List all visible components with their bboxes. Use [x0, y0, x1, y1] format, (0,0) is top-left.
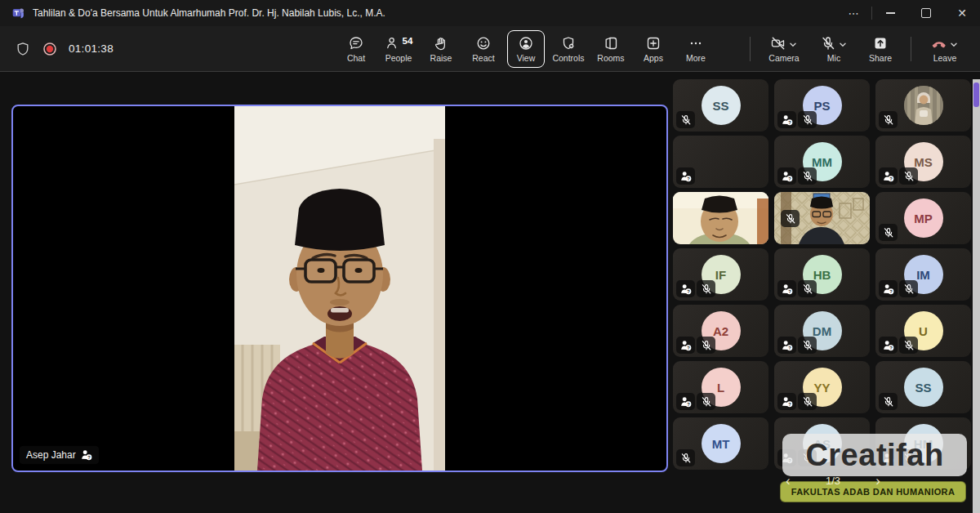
meeting-title: Tahlilan & Do'a Bersama Untuk Almarhumah… — [33, 7, 385, 19]
mic-off-chip — [697, 337, 715, 354]
participant-tile[interactable]: SS — [673, 79, 768, 132]
next-page-chevron[interactable]: › — [875, 474, 880, 488]
participant-initials: DM — [813, 324, 831, 338]
title-bar: Tahlilan & Do'a Bersama Untuk Almarhumah… — [0, 0, 980, 26]
controls-button[interactable]: Controls — [547, 29, 590, 69]
person-unknown-icon: ? — [883, 283, 894, 295]
participant-tile[interactable]: ? — [673, 136, 768, 188]
person-unknown-icon: ? — [782, 283, 793, 295]
people-button[interactable]: 54 People — [377, 29, 420, 69]
participant-initials: YY — [813, 381, 830, 395]
leave-dropdown-chevron-icon[interactable] — [949, 40, 959, 50]
faculty-badge-text: FAKULTAS ADAB DAN HUMANIORA — [791, 487, 956, 497]
mic-off-chip — [798, 393, 817, 410]
participant-tile[interactable]: U? — [875, 305, 971, 357]
participant-tile[interactable] — [673, 192, 768, 244]
participant-initials: MS — [914, 155, 933, 169]
participant-initials: A2 — [713, 324, 728, 338]
participant-tile[interactable]: MM? — [774, 136, 870, 188]
camera-button[interactable]: Camera — [760, 29, 808, 69]
previous-page-chevron[interactable]: ‹ — [786, 474, 791, 488]
participant-initials: MM — [812, 155, 832, 169]
participant-tile[interactable]: IF? — [673, 248, 768, 301]
participant-tile[interactable]: MS? — [875, 136, 971, 188]
minimize-button[interactable] — [872, 0, 908, 26]
close-button[interactable]: ✕ — [944, 0, 980, 26]
mic-off-chip — [899, 167, 918, 185]
person-unknown-icon: ? — [782, 171, 793, 182]
mic-dropdown-chevron-icon[interactable] — [838, 40, 848, 50]
mic-off-icon — [701, 283, 712, 295]
participant-tile[interactable]: DM? — [774, 305, 870, 357]
apps-button[interactable]: Apps — [632, 29, 675, 69]
person-unknown-chip: ? — [879, 337, 898, 354]
raise-hand-icon — [433, 35, 449, 51]
participant-initials: PS — [813, 99, 830, 113]
participant-tile[interactable]: YY? — [774, 361, 870, 413]
tile-status-chips: ? — [676, 280, 715, 297]
participant-tile[interactable] — [875, 79, 971, 132]
titlebar-more-button[interactable]: ⋯ — [835, 0, 871, 26]
chat-button[interactable]: Chat — [335, 29, 377, 69]
sidebar-scrollbar[interactable] — [973, 79, 980, 513]
participant-tile[interactable]: HB? — [774, 248, 870, 301]
person-unknown-icon: ? — [782, 340, 793, 351]
person-unknown-icon: ? — [81, 449, 92, 461]
person-unknown-chip: ? — [879, 167, 898, 185]
participant-tile[interactable]: L? — [673, 361, 768, 413]
participant-tile[interactable]: IM? — [875, 248, 971, 301]
teams-logo-icon — [11, 7, 25, 20]
leave-button[interactable]: Leave — [921, 29, 969, 69]
mic-off-icon — [701, 340, 712, 351]
participant-initials: SS — [712, 99, 728, 113]
participant-tile[interactable]: MP — [875, 192, 971, 244]
people-count-badge: 54 — [403, 36, 413, 46]
mic-off-icon — [802, 396, 813, 408]
svg-text:?: ? — [788, 288, 791, 293]
react-button[interactable]: React — [462, 29, 505, 69]
mic-off-chip — [798, 337, 817, 354]
maximize-button[interactable] — [908, 0, 944, 26]
tile-status-chips — [676, 449, 695, 466]
participant-tile[interactable]: A2? — [673, 305, 768, 357]
svg-text:?: ? — [889, 288, 893, 293]
camera-dropdown-chevron-icon[interactable] — [788, 40, 798, 50]
svg-text:?: ? — [687, 176, 690, 181]
participant-tile[interactable]: PS? — [774, 79, 870, 132]
person-unknown-icon: ? — [680, 396, 692, 408]
mic-off-icon — [680, 453, 692, 464]
mic-off-chip — [798, 280, 817, 297]
toolbar-divider — [911, 37, 911, 61]
page-indicator: 1/3 — [826, 475, 840, 487]
tile-status-chips — [879, 224, 898, 241]
tile-status-chips: ? — [676, 337, 715, 354]
participant-tile[interactable] — [774, 192, 870, 244]
more-button[interactable]: More — [675, 29, 717, 69]
mic-off-chip — [697, 393, 715, 410]
view-button[interactable]: View — [507, 30, 545, 68]
camera-off-icon — [770, 35, 786, 51]
participant-initials: MT — [712, 437, 730, 451]
rooms-door-icon — [603, 35, 619, 51]
svg-text:?: ? — [687, 288, 690, 293]
participant-tile[interactable]: MT — [673, 417, 768, 470]
tile-status-chips — [781, 210, 800, 227]
svg-text:?: ? — [87, 455, 91, 460]
svg-text:?: ? — [687, 401, 690, 406]
scrollbar-thumb[interactable] — [973, 83, 979, 107]
rooms-button[interactable]: Rooms — [590, 29, 632, 69]
share-button[interactable]: Share — [860, 29, 901, 69]
apps-plus-icon — [645, 35, 662, 51]
mic-off-icon — [820, 35, 836, 51]
speaker-video-scene — [234, 106, 445, 471]
participant-tile[interactable]: SS — [875, 361, 971, 413]
svg-text:?: ? — [788, 345, 791, 350]
mic-off-chip — [798, 111, 817, 128]
active-speaker-video-tile[interactable]: Asep Jahar ? — [11, 105, 668, 472]
toolbar-divider — [750, 37, 751, 61]
raise-hand-button[interactable]: Raise — [420, 29, 462, 69]
mic-off-icon — [802, 114, 813, 126]
tile-status-chips: ? — [777, 393, 817, 410]
mic-button[interactable]: Mic — [811, 29, 857, 69]
tile-status-chips: ? — [879, 167, 918, 185]
